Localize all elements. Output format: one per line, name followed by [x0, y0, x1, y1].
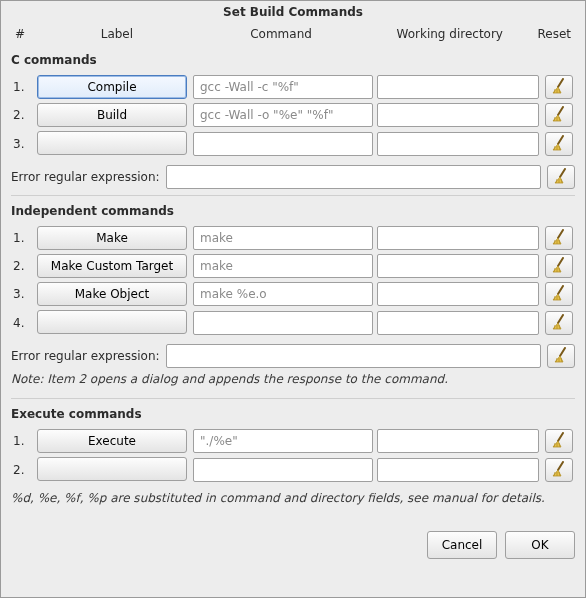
footnote: %d, %e, %f, %p are substituted in comman…: [11, 487, 575, 511]
row-num: 3.: [11, 131, 35, 157]
table-row: 2.: [11, 457, 575, 483]
svg-line-28: [558, 315, 563, 323]
svg-line-0: [558, 79, 563, 87]
label-button-empty[interactable]: [37, 131, 187, 155]
row-num: 1.: [11, 75, 35, 99]
broom-icon: [552, 229, 566, 247]
broom-icon: [552, 106, 566, 124]
table-row: 3. Make Object: [11, 282, 575, 306]
broom-icon: [554, 347, 568, 365]
workdir-input[interactable]: [377, 282, 539, 306]
workdir-input[interactable]: [377, 429, 539, 453]
section-exec-title: Execute commands: [11, 401, 575, 425]
command-input[interactable]: [193, 282, 373, 306]
section-c-title: C commands: [11, 47, 575, 71]
command-input[interactable]: [193, 103, 373, 127]
reset-button[interactable]: [547, 165, 575, 189]
broom-icon: [554, 168, 568, 186]
svg-line-16: [558, 230, 563, 238]
reset-button[interactable]: [545, 103, 573, 127]
label-button-empty[interactable]: [37, 310, 187, 334]
error-regex-input[interactable]: [166, 344, 541, 368]
row-num: 2.: [11, 457, 35, 483]
header-reset: Reset: [529, 25, 575, 47]
workdir-input[interactable]: [377, 226, 539, 250]
row-num: 1.: [11, 226, 35, 250]
svg-line-32: [560, 348, 565, 356]
command-input[interactable]: [193, 311, 373, 335]
reset-button[interactable]: [545, 254, 573, 278]
separator: [11, 195, 575, 196]
table-row: 2. Make Custom Target: [11, 254, 575, 278]
svg-line-40: [558, 462, 563, 470]
broom-icon: [552, 78, 566, 96]
section-indep-grid: 1. Make 2. Make Custom Target 3. Make Ob…: [11, 222, 575, 340]
dialog-footer: Cancel OK: [1, 521, 585, 569]
reset-button[interactable]: [547, 344, 575, 368]
header-label: Label: [42, 25, 192, 47]
svg-line-20: [558, 258, 563, 266]
table-row: 1. Make: [11, 226, 575, 250]
svg-line-36: [558, 433, 563, 441]
table-row: 1. Execute: [11, 429, 575, 453]
broom-icon: [552, 314, 566, 332]
workdir-input[interactable]: [377, 132, 539, 156]
section-exec-grid: 1. Execute 2.: [11, 425, 575, 487]
reset-button[interactable]: [545, 458, 573, 482]
row-num: 1.: [11, 429, 35, 453]
reset-button[interactable]: [545, 132, 573, 156]
reset-button[interactable]: [545, 311, 573, 335]
svg-line-8: [558, 136, 563, 144]
workdir-input[interactable]: [377, 75, 539, 99]
svg-line-12: [560, 169, 565, 177]
reset-button[interactable]: [545, 282, 573, 306]
command-input[interactable]: [193, 75, 373, 99]
workdir-input[interactable]: [377, 254, 539, 278]
workdir-input[interactable]: [377, 103, 539, 127]
label-button-execute[interactable]: Execute: [37, 429, 187, 453]
header-cmd: Command: [192, 25, 370, 47]
command-input[interactable]: [193, 132, 373, 156]
label-button-make[interactable]: Make: [37, 226, 187, 250]
label-button-compile[interactable]: Compile: [37, 75, 187, 99]
column-headers: # Label Command Working directory Reset: [11, 25, 575, 47]
cancel-button[interactable]: Cancel: [427, 531, 497, 559]
table-row: 4.: [11, 310, 575, 336]
dialog-title: Set Build Commands: [1, 1, 585, 25]
section-c-grid: 1. Compile 2. Build 3.: [11, 71, 575, 161]
reset-button[interactable]: [545, 429, 573, 453]
row-num: 2.: [11, 254, 35, 278]
label-button-make-object[interactable]: Make Object: [37, 282, 187, 306]
reset-button[interactable]: [545, 75, 573, 99]
header-dir: Working directory: [370, 25, 529, 47]
table-row: 3.: [11, 131, 575, 157]
row-num: 3.: [11, 282, 35, 306]
broom-icon: [552, 285, 566, 303]
broom-icon: [552, 432, 566, 450]
row-num: 2.: [11, 103, 35, 127]
workdir-input[interactable]: [377, 311, 539, 335]
command-input[interactable]: [193, 226, 373, 250]
broom-icon: [552, 257, 566, 275]
command-input[interactable]: [193, 458, 373, 482]
command-input[interactable]: [193, 254, 373, 278]
svg-line-4: [558, 107, 563, 115]
section-indep-title: Independent commands: [11, 198, 575, 222]
reset-button[interactable]: [545, 226, 573, 250]
error-regex-input[interactable]: [166, 165, 541, 189]
table-row: 2. Build: [11, 103, 575, 127]
header-num: #: [11, 25, 42, 47]
broom-icon: [552, 135, 566, 153]
row-num: 4.: [11, 310, 35, 336]
workdir-input[interactable]: [377, 458, 539, 482]
svg-line-24: [558, 286, 563, 294]
ok-button[interactable]: OK: [505, 531, 575, 559]
label-button-empty[interactable]: [37, 457, 187, 481]
command-input[interactable]: [193, 429, 373, 453]
error-regex-label: Error regular expression:: [11, 349, 160, 363]
error-regex-label: Error regular expression:: [11, 170, 160, 184]
indep-note: Note: Item 2 opens a dialog and appends …: [11, 368, 575, 392]
label-button-make-custom-target[interactable]: Make Custom Target: [37, 254, 187, 278]
label-button-build[interactable]: Build: [37, 103, 187, 127]
broom-icon: [552, 461, 566, 479]
